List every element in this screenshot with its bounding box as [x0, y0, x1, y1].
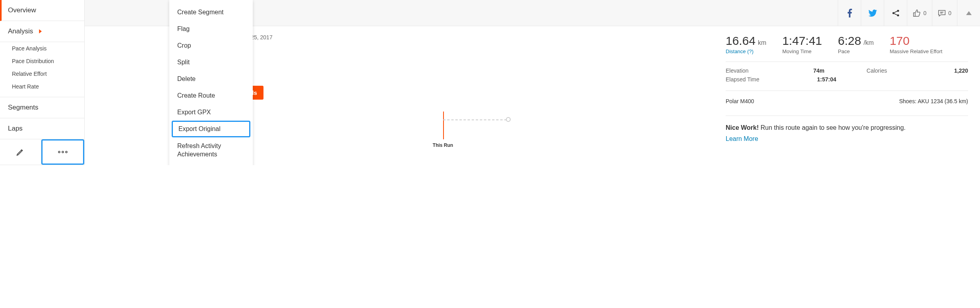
svg-point-0 — [58, 151, 60, 153]
header-actions: 0 0 — [838, 0, 980, 26]
share-facebook-button[interactable] — [838, 0, 861, 26]
shoes-name: Shoes: AKU 1234 (36.5 km) — [899, 98, 968, 104]
header-title: zie – Run — [168, 8, 838, 18]
chevron-right-icon — [37, 28, 43, 35]
nice-work-message: Nice Work! Run this route again to see h… — [726, 123, 968, 144]
sidebar-sub-heart-rate[interactable]: Heart Rate — [0, 80, 84, 93]
dropdown-flag[interactable]: Flag — [169, 21, 253, 37]
collapse-button[interactable] — [957, 0, 980, 26]
stat-pace: 6:28/km Pace — [838, 34, 874, 54]
stat-distance-value: 16.64km — [726, 34, 766, 48]
kudos-count: 0 — [923, 10, 926, 16]
stat-pace-value: 6:28/km — [838, 34, 874, 48]
nice-work-text: Run this route again to see how you're p… — [759, 124, 906, 131]
main-content: Create Segment Flag Crop Split Delete Cr… — [85, 0, 980, 165]
stat-time-label: Moving Time — [782, 48, 822, 54]
share-twitter-button[interactable] — [861, 0, 884, 26]
kudos-button[interactable]: 0 — [907, 0, 932, 26]
dropdown-refresh-achievements[interactable]: Refresh Activity Achievements — [169, 137, 253, 164]
stat-distance-label[interactable]: Distance (?) — [726, 48, 766, 54]
elapsed-label: Elapsed Time — [726, 76, 817, 83]
sidebar: Overview Analysis Pace Analysis Pace Dis… — [0, 0, 85, 165]
share-button[interactable] — [884, 0, 907, 26]
sidebar-bottom-actions — [0, 139, 84, 165]
stat-distance: 16.64km Distance (?) — [726, 34, 766, 54]
stats-top: 16.64km Distance (?) 1:47:41 Moving Time… — [726, 34, 968, 62]
stat-effort-value: 170 — [890, 34, 943, 48]
comments-button[interactable]: 0 — [932, 0, 957, 26]
stat-effort-label: Massive Relative Effort — [890, 48, 943, 54]
comment-icon — [938, 10, 946, 17]
sidebar-sub-relative-effort[interactable]: Relative Effort — [0, 67, 84, 80]
body-right: 16.64km Distance (?) 1:47:41 Moving Time… — [726, 34, 980, 159]
prompt-row: didn't record? Add Friends — [172, 86, 714, 100]
sidebar-analysis[interactable]: Analysis — [0, 21, 84, 42]
comments-count: 0 — [948, 10, 951, 16]
sidebar-laps[interactable]: Laps — [0, 118, 84, 139]
chart-marker-line — [443, 112, 444, 139]
sidebar-analysis-label: Analysis — [8, 27, 33, 35]
activity-timestamp: :51 AM on Saturday, November 25, 2017 — [172, 34, 714, 40]
facebook-icon — [847, 9, 852, 17]
dropdown-export-gpx[interactable]: Export GPX — [169, 104, 253, 121]
learn-more-link[interactable]: Learn More — [726, 134, 968, 144]
sidebar-segments[interactable]: Segments — [0, 97, 84, 118]
twitter-icon — [868, 10, 877, 17]
more-icon — [57, 148, 68, 156]
sidebar-sub-pace-analysis[interactable]: Pace Analysis — [0, 42, 84, 55]
dropdown-create-segment[interactable]: Create Segment — [169, 4, 253, 21]
dropdown-crop[interactable]: Crop — [169, 37, 253, 54]
chart-this-run-label: This Run — [433, 142, 453, 148]
stats-mid: Elevation 74m Calories 1,220 Elapsed Tim… — [726, 62, 968, 91]
elevation-value: 74m — [813, 67, 866, 74]
stat-pace-label: Pace — [838, 48, 874, 54]
calories-value: 1,220 — [954, 67, 968, 74]
stat-time: 1:47:41 Moving Time — [782, 34, 822, 54]
chevron-up-icon — [966, 11, 972, 15]
svg-point-2 — [66, 151, 67, 153]
dropdown-export-original[interactable]: Export Original — [172, 121, 250, 137]
sidebar-sub-pace-distribution[interactable]: Pace Distribution — [0, 55, 84, 67]
elapsed-value: 1:57:04 — [817, 76, 873, 83]
dropdown-create-route[interactable]: Create Route — [169, 87, 253, 104]
chart-dashed-line — [443, 119, 507, 120]
nice-work-bold: Nice Work! — [726, 124, 759, 131]
dropdown-split[interactable]: Split — [169, 54, 253, 71]
svg-point-5 — [897, 14, 899, 16]
dropdown-delete[interactable]: Delete — [169, 71, 253, 87]
chart-end-dot — [506, 117, 511, 122]
chart-area: km This Run — [172, 112, 714, 159]
stats-row-elevation: Elevation 74m Calories 1,220 — [726, 67, 968, 74]
actions-dropdown: Create Segment Flag Crop Split Delete Cr… — [169, 0, 253, 165]
sidebar-analysis-sublist: Pace Analysis Pace Distribution Relative… — [0, 42, 84, 97]
activity-title: Morning Run — [172, 43, 714, 56]
stats-row-elapsed: Elapsed Time 1:57:04 — [726, 76, 968, 83]
svg-point-4 — [897, 10, 899, 12]
stats-gear: Polar M400 Shoes: AKU 1234 (36.5 km) — [726, 91, 968, 116]
kudos-icon — [913, 9, 921, 17]
svg-point-3 — [893, 12, 895, 14]
share-icon — [892, 9, 900, 17]
stat-effort: 170 Massive Relative Effort — [890, 34, 943, 54]
stat-time-value: 1:47:41 — [782, 34, 822, 48]
pencil-icon — [16, 148, 25, 156]
more-button[interactable] — [41, 139, 85, 165]
device-name: Polar M400 — [726, 98, 754, 104]
svg-point-1 — [62, 151, 64, 153]
elevation-label: Elevation — [726, 67, 813, 74]
edit-button[interactable] — [0, 139, 41, 165]
sidebar-overview[interactable]: Overview — [0, 0, 84, 21]
calories-label: Calories — [867, 67, 954, 74]
